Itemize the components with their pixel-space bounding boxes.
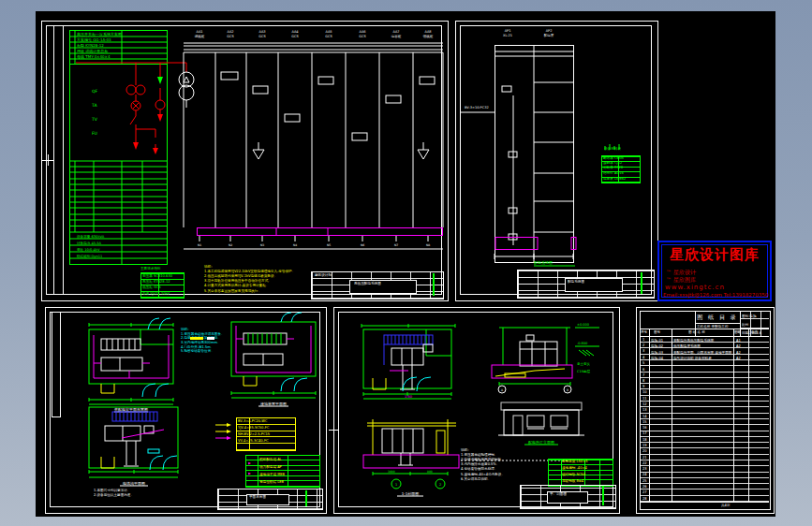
svg-text:3000: 3000 — [388, 470, 395, 474]
elevation-window — [527, 416, 544, 427]
svg-text:AA6: AA6 — [359, 30, 365, 34]
watermark-line4: Email:xxsjtk@126.com Tel:13918270350 — [663, 292, 768, 298]
svg-text:方案编号 GG-1A-03: 方案编号 GG-1A-03 — [77, 37, 111, 42]
svg-text:C15垫层: C15垫层 — [577, 370, 590, 373]
svg-text:N1: N1 — [198, 243, 201, 247]
row-size: A2 — [736, 343, 747, 348]
crosshair-marker — [48, 154, 49, 166]
col-header: 图号 — [654, 329, 663, 334]
row-name: 变配电所平面、剖面布置图 接地平面图 — [673, 350, 733, 355]
green-tick — [305, 490, 307, 506]
svg-text:AP1: AP1 — [505, 29, 511, 33]
svg-text:A: A — [501, 388, 504, 392]
svg-text:馈线柜: 馈线柜 — [422, 35, 434, 38]
binding-ladder-strip — [54, 26, 64, 295]
svg-text:N6: N6 — [361, 243, 364, 247]
svg-text:GCS: GCS — [359, 35, 366, 38]
sheet2-legend-title: 设备材料表 — [604, 146, 642, 151]
svg-text:GCS: GCS — [227, 35, 234, 38]
sheet3-notes: 1.本图尺寸均以毫米计。 2.设备定位以土建图为准。 — [94, 488, 191, 497]
svg-text:N2: N2 — [229, 243, 232, 247]
sheet1-org-text: 建筑设计院 — [315, 272, 360, 277]
svg-text:AP2: AP2 — [546, 29, 553, 33]
row-size: A2 — [736, 350, 747, 355]
sheet1-notes: 说明: 1.本工程电源采用YJV22-10kV交联电缆埋地引入,穿管保护。 2.… — [204, 264, 309, 293]
sheet1-tableB-title: 主要技术指标 — [140, 266, 182, 270]
plan-b: 接地装置平面图 — [230, 313, 317, 406]
row-numbers: 1 2 3 4 5 6 7 8 9 10 11 12 13 14 15 16 1… — [642, 337, 650, 502]
row-code: 电施-04 — [651, 356, 673, 360]
door-cyan — [142, 384, 169, 397]
svg-text:接地装置平面图: 接地装置平面图 — [260, 402, 287, 406]
svg-text:1-1剖面图: 1-1剖面图 — [402, 491, 420, 496]
inner-frame — [47, 26, 442, 295]
sheet3-title-text: 平面布置图 — [249, 494, 290, 499]
svg-text:±0.000: ±0.000 — [577, 323, 589, 327]
svg-text:N8: N8 — [426, 243, 430, 247]
sheet2-title-block — [517, 270, 655, 299]
yellow-highlight — [190, 337, 203, 340]
drawing-list-footer: 共4张 — [721, 503, 740, 507]
col-header: 图幅 — [734, 329, 744, 334]
svg-text:AA3: AA3 — [258, 30, 265, 34]
red-equipment — [116, 358, 125, 367]
watermark-box: 星欣设计图库 ™ 星欣设计 ™ 星欣图库 www.xingtc.cn Email… — [657, 241, 772, 301]
elevation-door — [513, 416, 523, 435]
svg-text:N7: N7 — [394, 243, 398, 247]
svg-text:母线 TMY-3×40×4: 母线 TMY-3×40×4 — [77, 54, 111, 59]
watermark-line3: www.xingtc.cn — [665, 284, 725, 291]
sheet3-title-block — [217, 489, 323, 510]
elevation: 配电所正立面图 — [498, 402, 585, 445]
door-yellow — [101, 384, 114, 393]
sheet1-linework: 高压开关柜一次系统方案图 方案编号 GG-1A-03 柜型 KYN28-12 用… — [41, 21, 447, 300]
lv-schematic: AA1 进线柜 AA2 GCS AA3 GCS AA4 GCS AA5 GCS … — [184, 30, 443, 249]
green-tick — [433, 273, 435, 296]
svg-text:B: B — [567, 388, 568, 392]
green-arrow — [157, 77, 163, 84]
svg-text:GCS: GCS — [325, 35, 332, 38]
svg-text:2: 2 — [439, 483, 441, 487]
divider — [748, 329, 749, 502]
foundation-hatch — [492, 365, 572, 378]
divider — [640, 502, 769, 503]
svg-text:AA1: AA1 — [196, 30, 202, 34]
watermark-title: 星欣设计图库 — [659, 246, 770, 264]
row-size: A1 — [736, 338, 747, 343]
col-header: 图 纸 名 称 — [688, 329, 722, 334]
crosshair-marker — [333, 425, 334, 434]
transformer-symbol — [179, 63, 194, 108]
svg-text:计算电流 45.5A: 计算电流 45.5A — [77, 241, 102, 245]
svg-text:配电所正立面图: 配电所正立面图 — [528, 440, 554, 445]
binding-ladder-strip — [52, 313, 61, 417]
green-marker — [505, 77, 509, 86]
feeder-label: BV-3×10-PC32 — [465, 106, 489, 110]
foundation-hatch — [363, 455, 459, 468]
svg-text:素土夯实: 素土夯实 — [577, 362, 591, 366]
svg-text:电缆沟平面图: 电缆沟平面图 — [123, 481, 145, 486]
hv-table: 高压开关柜一次系统方案图 方案编号 GG-1A-03 柜型 KYN28-12 用… — [69, 30, 168, 265]
svg-text:进线柜: 进线柜 — [195, 35, 205, 38]
svg-text:-0.800: -0.800 — [577, 342, 587, 345]
svg-text:变比 10/0.4kV: 变比 10/0.4kV — [77, 247, 100, 252]
sheet2-legend-text: 断路器 C65N 接触器 CJX2 熔断器 RT28 指示灯 AD16 电度表 … — [603, 155, 644, 181]
row-code: 电施-03 — [651, 350, 673, 355]
sheet3-schedule-text: 照明配电箱 AL 动力配电箱 AP 接地端子箱 MEB 等电位联结 LEB — [259, 456, 316, 486]
arrester-symbol — [253, 142, 429, 159]
row-name: 电气设计说明 设备材料表 — [673, 356, 733, 360]
svg-text:柜型 KYN28-12: 柜型 KYN28-12 — [77, 43, 104, 48]
sheet3-legend-text: BV-3×4-PC20-WC YJV-4×35-SC50-FC NH-BV-2×… — [238, 418, 294, 444]
svg-text:AA2: AA2 — [227, 30, 233, 34]
magenta-busbar — [198, 227, 443, 236]
svg-text:AA7: AA7 — [392, 30, 399, 34]
row-size: A2 — [736, 356, 747, 360]
svg-text:N3: N3 — [260, 243, 264, 247]
svg-text:AA5: AA5 — [325, 30, 332, 34]
green-tick — [641, 272, 642, 294]
svg-text:QF: QF — [92, 89, 98, 94]
svg-text:FU: FU — [92, 131, 97, 136]
white-symbol — [207, 337, 214, 340]
sheet1-title-text: 高低压配电系统图 — [354, 281, 418, 285]
row-name: 低压配电屏系统图 — [673, 343, 733, 348]
divider — [733, 329, 734, 502]
sheet4-title-text: 平、剖面图 — [550, 491, 587, 496]
